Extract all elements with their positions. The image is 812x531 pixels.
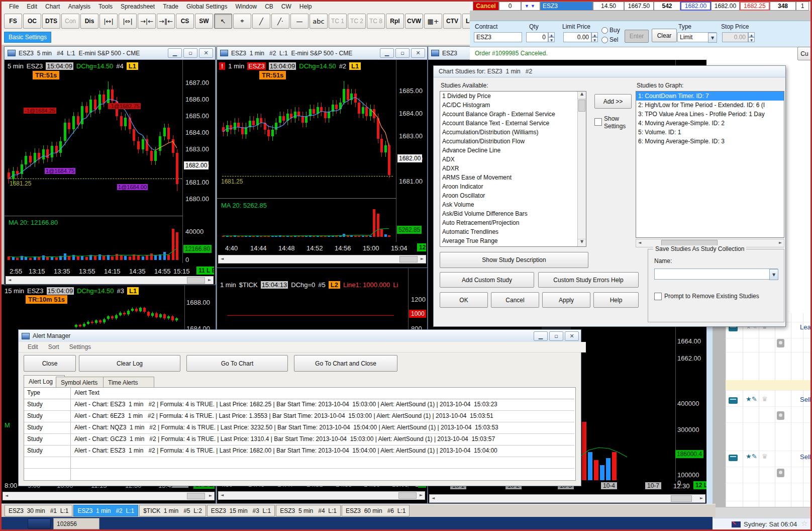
scroll-left-icon[interactable]: ◄	[430, 495, 437, 501]
toolbar-button-icon[interactable]: ↖	[214, 14, 232, 29]
help-button[interactable]: Help	[593, 292, 639, 308]
horizontal-scrollbar[interactable]: ◄►	[429, 494, 705, 503]
scroll-right-icon[interactable]: ►	[418, 492, 425, 498]
quote-cell-1682-25[interactable]: 1682.25	[740, 2, 770, 11]
qty-input[interactable]: 0	[526, 32, 548, 42]
study-item[interactable]: Ask Volume	[440, 200, 579, 209]
alert-row-type[interactable]: Study	[27, 447, 43, 454]
scroll-left-icon[interactable]: ◄	[6, 277, 13, 283]
cancel-button[interactable]: Cancel	[491, 292, 539, 308]
quote-cell-esz3[interactable]: ESZ3	[540, 2, 593, 11]
minimize-button[interactable]: ▁	[168, 48, 182, 58]
scroll-thumb[interactable]	[187, 277, 205, 284]
toolbar-button-icon[interactable]: |⇔|	[119, 14, 137, 29]
study-to-graph-item[interactable]: 1: CountDown Timer. ID: 7	[636, 92, 784, 101]
close-button[interactable]: ✕	[565, 331, 579, 341]
buy-radio[interactable]	[601, 27, 608, 34]
chartbook-tab-esz3-1-min-2-l-1[interactable]: ESZ3 1 min #2 L:1	[73, 505, 138, 516]
quote-cell-14-50[interactable]: 14.50	[593, 2, 624, 11]
scroll-thumb[interactable]	[399, 256, 418, 262]
quote-cell-cancel[interactable]: Cancel	[473, 2, 499, 11]
type-dropdown-icon[interactable]: ▼	[708, 33, 717, 43]
alert-menu-edit[interactable]: Edit	[24, 343, 42, 350]
alert-row-type[interactable]: Study	[27, 412, 43, 419]
alert-button-go-to-chart[interactable]: Go To Chart	[186, 355, 288, 372]
study-item[interactable]: Accumulation/Distribution (Williams)	[440, 128, 579, 137]
column-header-type[interactable]: Type	[27, 389, 40, 396]
alert-row-text[interactable]: Alert - Chart: 6EZ3 1 min #2 | Formula: …	[74, 412, 569, 419]
add-study-button[interactable]: Add >>	[594, 94, 632, 109]
trophy-icon[interactable]: ♛	[762, 395, 768, 403]
menu-file[interactable]: File	[6, 2, 22, 11]
study-item[interactable]: 1 Divided by Price	[440, 92, 579, 101]
limit-price-input[interactable]: 0.00	[563, 32, 591, 42]
taskbar-app-icon[interactable]	[28, 518, 51, 529]
study-item[interactable]: Auto Retracement/Projection	[440, 218, 579, 227]
toolbar-button-icon[interactable]: ⌖	[233, 14, 251, 29]
alert-button-go-to-chart-and-close[interactable]: Go To Chart and Close	[294, 355, 397, 372]
clear-button[interactable]: Clear	[652, 29, 677, 42]
chart-area-1min[interactable]: !1 minESZ315:04:09DChg=14.50#2L1TR:51s16…	[217, 60, 426, 267]
studies-available-list[interactable]: ▲ ▼ 1 Divided by PriceAC/DC HistogramAcc…	[440, 91, 586, 247]
quote-cell-542[interactable]: 542	[654, 2, 680, 11]
toolbar-button-icon[interactable]: →‖←	[157, 14, 175, 29]
menu-cw[interactable]: CW	[278, 2, 295, 11]
toolbar-button-ctv[interactable]: CTV	[443, 14, 461, 29]
workspace-tab-basic-settings[interactable]: Basic Settings	[4, 32, 51, 43]
sell-radio[interactable]	[601, 37, 608, 43]
study-item[interactable]: ADX	[440, 155, 579, 164]
horizontal-scrollbar[interactable]: ◄►	[3, 492, 215, 500]
trophy-icon[interactable]: ♛	[762, 453, 768, 460]
toolbar-button-icon[interactable]: |↔|	[99, 14, 118, 29]
minimize-button[interactable]: ▁	[534, 331, 548, 341]
name-dropdown-icon[interactable]: ▼	[769, 269, 778, 280]
alert-row-text[interactable]: Alert - Chart: ESZ3 1 min #2 | Formula: …	[74, 401, 569, 408]
menu-spreadsheet[interactable]: Spreadsheet	[117, 2, 158, 11]
toolbar-button-sw[interactable]: SW	[195, 14, 213, 29]
toolbar-button-fs[interactable]: FS	[4, 14, 22, 29]
study-item[interactable]: Aroon Indicator	[440, 182, 579, 191]
show-settings-checkbox[interactable]	[594, 118, 602, 126]
horizontal-scrollbar[interactable]: ◄►	[218, 255, 426, 263]
alert-menu-sort[interactable]: Sort	[44, 343, 63, 350]
collection-name-input[interactable]	[654, 269, 778, 280]
toolbar-button-icon[interactable]: ╱·	[271, 14, 289, 29]
prompt-remove-checkbox[interactable]	[654, 293, 662, 300]
dialog-title[interactable]: Chart Studies for: ESZ3 1 min #2	[434, 66, 785, 77]
menu-window[interactable]: Window	[232, 2, 260, 11]
menu-edit[interactable]: Edit	[23, 2, 41, 11]
minimize-button[interactable]: ▁	[380, 48, 394, 58]
toolbar-button-dts[interactable]: DTS	[42, 14, 60, 29]
alert-row-type[interactable]: Study	[27, 435, 43, 442]
scroll-thumb[interactable]	[671, 495, 692, 502]
quote-cell-1682-00[interactable]: 1682.00	[711, 2, 740, 11]
scroll-right-icon[interactable]: ►	[698, 495, 705, 501]
alert-row-type[interactable]: Study	[27, 401, 43, 408]
studies-to-graph-list[interactable]: 1: CountDown Timer. ID: 72: High/Low for…	[636, 91, 784, 238]
menu-trade[interactable]: Trade	[159, 2, 182, 11]
scroll-up-icon[interactable]: ▲	[578, 92, 586, 99]
quote-cell-0[interactable]: 0	[499, 2, 521, 11]
row-link-label[interactable]: Sell	[800, 396, 810, 403]
limit-price-spinner[interactable]: ▲▼	[591, 32, 598, 42]
alert-button-clear-log[interactable]: Clear Log	[79, 355, 180, 372]
menu-cb[interactable]: CB	[261, 2, 277, 11]
toolbar-button-icon[interactable]: →|←	[138, 14, 156, 29]
show-study-description-button[interactable]: Show Study Description	[440, 252, 588, 268]
scroll-thumb[interactable]	[578, 100, 585, 112]
study-to-graph-item[interactable]: 4: Moving Average-Simple. ID: 2	[636, 119, 784, 128]
maximize-button[interactable]: ▫	[395, 48, 410, 58]
quote-cell-348[interactable]: 348	[770, 2, 796, 11]
study-to-graph-item[interactable]: 5: Volume. ID: 1	[636, 128, 784, 137]
toolbar-button-cs[interactable]: CS	[176, 14, 194, 29]
toolbar-button-abc[interactable]: abc	[310, 14, 328, 29]
add-custom-study-button[interactable]: Add Custom Study	[440, 272, 534, 288]
card-icon[interactable]	[729, 455, 738, 461]
alert-manager-titlebar[interactable]: Alert Manager	[19, 330, 581, 342]
study-item[interactable]: Automatic Trendlines	[440, 227, 579, 236]
scroll-thumb[interactable]	[398, 492, 417, 499]
card-icon[interactable]	[729, 397, 738, 404]
study-item[interactable]: Average True Range	[440, 236, 579, 245]
toolbar-button-oc[interactable]: OC	[23, 14, 41, 29]
study-to-graph-item[interactable]: 2: High/Low for Time Period - Extended. …	[636, 101, 784, 110]
